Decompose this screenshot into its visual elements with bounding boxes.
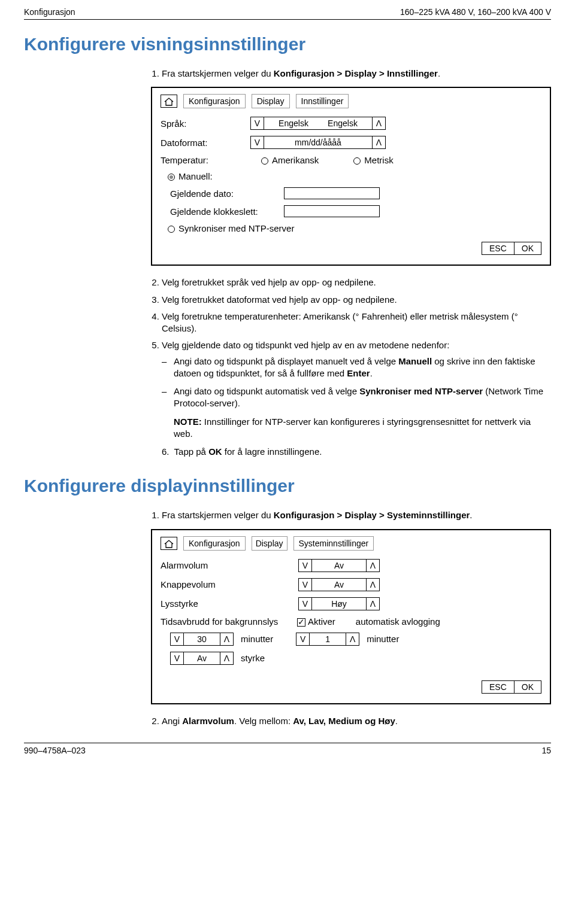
crumb2-konfigurasjon[interactable]: Konfigurasjon [183,536,246,551]
step2-1: Fra startskjermen velger du Konfigurasjo… [162,509,551,521]
radio-manual[interactable]: Manuell: [168,171,213,181]
home-icon[interactable] [161,537,177,550]
current-date-input[interactable] [284,187,380,199]
step-2: Velg foretrukket språk ved hjelp av opp-… [162,276,551,288]
radio-metrisk[interactable]: Metrisk [353,155,393,165]
panel-system-settings: Konfigurasjon Display Systeminnstillinge… [151,529,551,704]
auto-logoff-label: automatisk avlogging [356,616,440,627]
breadcrumb: Konfigurasjon Display Innstillinger [161,94,541,108]
step-4: Velg foretrukne temperaturenheter: Ameri… [162,311,551,335]
step-5: Velg gjeldende dato og tidspunkt ved hje… [162,339,551,440]
dateformat-label: Datoformat: [161,138,244,148]
current-date-label: Gjeldende dato: [170,189,278,199]
enable-checkbox[interactable]: Aktiver [297,616,335,627]
alarm-volume-spinner[interactable]: V Av Λ [298,559,380,572]
alarm-volume-label: Alarmvolum [161,560,292,570]
chevron-up-icon[interactable]: Λ [346,633,359,645]
page-title-1: Konfigurere visningsinnstillinger [24,34,551,54]
esc-button[interactable]: ESC [482,242,515,255]
chevron-down-icon[interactable]: V [171,633,184,645]
crumb-display[interactable]: Display [252,94,290,108]
ok-button-2[interactable]: OK [514,680,541,694]
step2-2: Angi Alarmvolum. Velg mellom: Av, Lav, M… [162,715,551,727]
minutes-label-2: minutter [367,634,399,644]
button-volume-spinner[interactable]: V Av Λ [298,578,380,591]
strength-label: styrke [241,653,265,663]
strength-spinner[interactable]: V Av Λ [170,652,234,665]
panel-settings: Konfigurasjon Display Innstillinger Språ… [151,87,551,266]
footer-left: 990–4758A–023 [24,746,86,755]
ok-button[interactable]: OK [514,242,541,255]
backlight-timeout-label: Tidsavbrudd for bakgrunnslys [161,616,289,627]
brightness-label: Lysstyrke [161,598,292,609]
button-volume-label: Knappevolum [161,579,292,589]
current-time-label: Gjeldende klokkeslett: [170,206,278,217]
header-left: Konfigurasjon [24,7,75,17]
chevron-down-icon[interactable]: V [251,136,264,148]
chevron-down-icon[interactable]: V [296,633,310,645]
note: NOTE: Innstillinger for NTP-server kan k… [174,416,551,440]
step-6: 6. Tapp på OK for å lagre innstillingene… [162,446,551,458]
breadcrumb2: Konfigurasjon Display Systeminnstillinge… [161,536,541,551]
chevron-up-icon[interactable]: Λ [220,652,233,664]
footer-right: 15 [541,746,551,755]
language-label: Språk: [161,118,244,129]
header-right: 160–225 kVA 480 V, 160–200 kVA 400 V [400,7,551,17]
chevron-down-icon[interactable]: V [299,579,312,591]
esc-button-2[interactable]: ESC [482,680,515,694]
chevron-up-icon[interactable]: Λ [366,598,379,610]
minutes-label-1: minutter [241,634,273,644]
crumb2-display[interactable]: Display [252,536,288,551]
crumb2-systeminnstillinger[interactable]: Systeminnstillinger [293,536,374,551]
chevron-up-icon[interactable]: Λ [372,136,385,148]
crumb-innstillinger[interactable]: Innstillinger [296,94,349,108]
backlight-timeout-spinner[interactable]: V 30 Λ [170,633,234,646]
current-time-input[interactable] [284,205,380,217]
chevron-down-icon[interactable]: V [171,652,184,664]
chevron-down-icon[interactable]: V [251,117,264,129]
radio-ntp[interactable]: Synkroniser med NTP-server [168,223,294,233]
language-spinner[interactable]: V Engelsk Engelsk Λ [250,117,386,130]
dateformat-spinner[interactable]: V mm/dd/åååå Λ [250,136,386,149]
radio-amerikansk[interactable]: Amerikansk [261,155,319,165]
home-icon[interactable] [161,95,177,108]
brightness-spinner[interactable]: V Høy Λ [298,597,380,610]
chevron-up-icon[interactable]: Λ [366,579,379,591]
step-3: Velg foretrukket datoformat ved hjelp av… [162,294,551,306]
substep-manual: Angi dato og tidspunkt på displayet manu… [162,355,551,380]
step-1: Fra startskjermen velger du Konfigurasjo… [162,68,551,80]
crumb-konfigurasjon[interactable]: Konfigurasjon [183,94,246,108]
chevron-up-icon[interactable]: Λ [220,633,233,645]
chevron-up-icon[interactable]: Λ [372,117,385,129]
chevron-down-icon[interactable]: V [299,598,312,610]
chevron-up-icon[interactable]: Λ [366,560,379,572]
substep-ntp: Angi dato og tidspunkt automatisk ved å … [162,385,551,410]
chevron-down-icon[interactable]: V [299,560,312,572]
page-title-2: Konfigurere displayinnstillinger [24,476,551,496]
temperature-label: Temperatur: [161,155,244,165]
autologoff-spinner[interactable]: V 1 Λ [296,633,359,646]
